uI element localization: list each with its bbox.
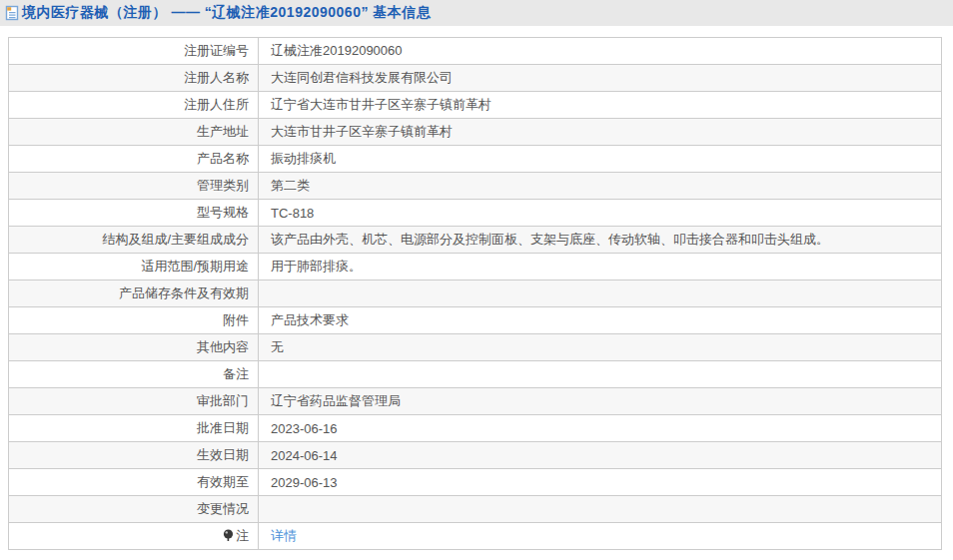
row-value: 无 — [259, 334, 942, 361]
row-value: 2023-06-16 — [259, 415, 942, 442]
balloon-icon — [223, 529, 234, 542]
row-label: 批准日期 — [9, 415, 259, 442]
table-row: 注册人名称 大连同创君信科技发展有限公司 — [9, 65, 942, 92]
row-value: 振动排痰机 — [259, 146, 942, 173]
row-label: 产品名称 — [9, 146, 259, 173]
row-value: 产品技术要求 — [259, 307, 942, 334]
row-value: 大连市甘井子区辛寨子镇前革村 — [259, 119, 942, 146]
row-value: 详情 — [259, 523, 942, 550]
row-label: 型号规格 — [9, 200, 259, 227]
row-label: 生产地址 — [9, 119, 259, 146]
table-row: 型号规格 TC-818 — [9, 200, 942, 227]
row-value — [259, 496, 942, 523]
row-label: 附件 — [9, 307, 259, 334]
row-value: 辽宁省药品监督管理局 — [259, 388, 942, 415]
row-value — [259, 361, 942, 388]
titlebar: 境内医疗器械（注册） —— “辽械注准20192090060” 基本信息 — [0, 0, 953, 26]
row-value: 第二类 — [259, 173, 942, 200]
table-row: 其他内容 无 — [9, 334, 942, 361]
table-row: 注 详情 — [9, 523, 942, 550]
table-row: 注册证编号 辽械注准20192090060 — [9, 38, 942, 65]
table-row: 有效期至 2029-06-13 — [9, 469, 942, 496]
row-label: 注册证编号 — [9, 38, 259, 65]
row-value: 辽械注准20192090060 — [259, 38, 942, 65]
table-row: 生产地址 大连市甘井子区辛寨子镇前革村 — [9, 119, 942, 146]
row-label: 其他内容 — [9, 334, 259, 361]
table-row: 管理类别 第二类 — [9, 173, 942, 200]
row-label: 有效期至 — [9, 469, 259, 496]
row-label: 变更情况 — [9, 496, 259, 523]
row-value: TC-818 — [259, 200, 942, 227]
table-row: 产品储存条件及有效期 — [9, 280, 942, 307]
detail-link[interactable]: 详情 — [271, 528, 297, 543]
table-row: 备注 — [9, 361, 942, 388]
row-label: 结构及组成/主要组成成分 — [9, 227, 259, 254]
table-row: 生效日期 2024-06-14 — [9, 442, 942, 469]
row-label: 适用范围/预期用途 — [9, 254, 259, 280]
table-row: 产品名称 振动排痰机 — [9, 146, 942, 173]
row-value: 2029-06-13 — [259, 469, 942, 496]
table-row: 附件 产品技术要求 — [9, 307, 942, 334]
row-label: 注册人住所 — [9, 92, 259, 119]
table-row: 结构及组成/主要组成成分 该产品由外壳、机芯、电源部分及控制面板、支架与底座、传… — [9, 227, 942, 254]
row-label: 生效日期 — [9, 442, 259, 469]
row-value — [259, 280, 942, 307]
row-value: 大连同创君信科技发展有限公司 — [259, 65, 942, 92]
table-row: 变更情况 — [9, 496, 942, 523]
row-value: 该产品由外壳、机芯、电源部分及控制面板、支架与底座、传动软轴、叩击接合器和叩击头… — [259, 227, 942, 254]
row-value: 用于肺部排痰。 — [259, 254, 942, 280]
row-label: 注册人名称 — [9, 65, 259, 92]
row-label: 产品储存条件及有效期 — [9, 280, 259, 307]
row-label: 备注 — [9, 361, 259, 388]
row-value: 2024-06-14 — [259, 442, 942, 469]
page-title: 境内医疗器械（注册） —— “辽械注准20192090060” 基本信息 — [22, 4, 431, 22]
document-icon — [5, 5, 19, 21]
table-row: 批准日期 2023-06-16 — [9, 415, 942, 442]
row-label: 审批部门 — [9, 388, 259, 415]
row-label: 管理类别 — [9, 173, 259, 200]
table-row: 适用范围/预期用途 用于肺部排痰。 — [9, 254, 942, 280]
row-value: 辽宁省大连市甘井子区辛寨子镇前革村 — [259, 92, 942, 119]
row-label: 注 — [9, 523, 259, 550]
info-table: 注册证编号 辽械注准20192090060 注册人名称 大连同创君信科技发展有限… — [8, 37, 942, 550]
table-row: 审批部门 辽宁省药品监督管理局 — [9, 388, 942, 415]
table-row: 注册人住所 辽宁省大连市甘井子区辛寨子镇前革村 — [9, 92, 942, 119]
